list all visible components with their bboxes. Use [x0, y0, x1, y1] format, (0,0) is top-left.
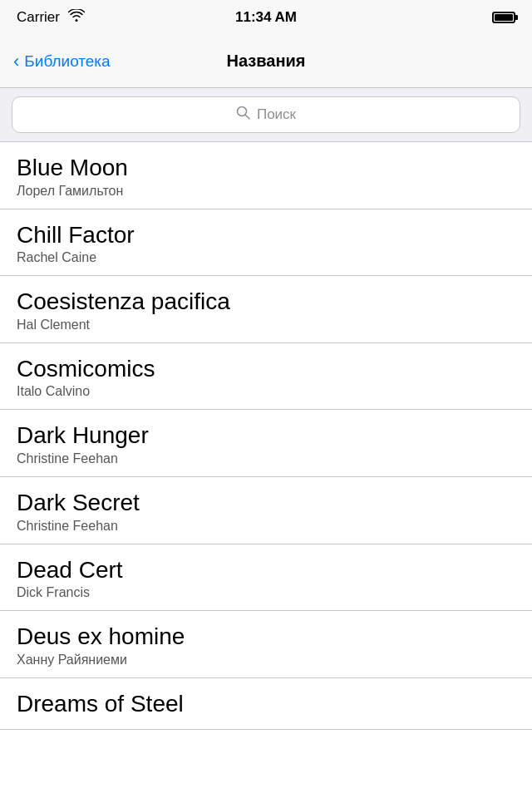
- search-placeholder: Поиск: [257, 106, 296, 123]
- book-author: Christine Feehan: [17, 451, 515, 466]
- search-container: Поиск: [0, 88, 532, 142]
- search-icon: [236, 106, 250, 124]
- book-author: Лорел Гамильтон: [17, 184, 515, 199]
- back-button[interactable]: ‹ Библиотека: [13, 52, 111, 71]
- book-title: Chill Factor: [17, 221, 515, 249]
- battery-icon: [492, 12, 515, 23]
- book-author: Dick Francis: [17, 585, 515, 600]
- list-item[interactable]: Coesistenza pacificaHal Clement: [0, 276, 532, 343]
- battery-fill: [495, 14, 513, 21]
- status-left: Carrier: [17, 9, 85, 26]
- list-item[interactable]: Dreams of Steel: [0, 678, 532, 731]
- list-item[interactable]: Deus ex homineХанну Райяниеми: [0, 611, 532, 678]
- status-bar: Carrier 11:34 AM: [0, 0, 532, 35]
- wifi-icon: [68, 9, 85, 26]
- list-item[interactable]: Dark HungerChristine Feehan: [0, 410, 532, 477]
- book-author: Hal Clement: [17, 318, 515, 332]
- book-title: Dead Cert: [17, 556, 515, 584]
- svg-line-1: [245, 115, 249, 119]
- back-label: Библиотека: [24, 52, 110, 71]
- book-author: Rachel Caine: [17, 250, 515, 265]
- book-title: Blue Moon: [17, 154, 515, 182]
- list-item[interactable]: Chill FactorRachel Caine: [0, 209, 532, 277]
- list-item[interactable]: Dark SecretChristine Feehan: [0, 477, 532, 544]
- book-title: Deus ex homine: [17, 623, 515, 651]
- nav-bar: ‹ Библиотека Названия: [0, 35, 532, 88]
- book-author: Ханну Райяниеми: [17, 653, 515, 667]
- list-item[interactable]: Dead CertDick Francis: [0, 544, 532, 612]
- status-time: 11:34 AM: [235, 9, 297, 26]
- book-title: Dreams of Steel: [17, 690, 515, 718]
- book-title: Dark Hunger: [17, 421, 515, 450]
- book-title: Cosmicomics: [17, 355, 515, 383]
- chevron-left-icon: ‹: [13, 52, 19, 71]
- book-author: Christine Feehan: [17, 519, 515, 534]
- carrier-label: Carrier: [17, 9, 60, 26]
- book-title: Dark Secret: [17, 489, 515, 517]
- battery-container: [492, 12, 515, 23]
- nav-title: Названия: [227, 52, 306, 71]
- book-author: Italo Calvino: [17, 384, 515, 399]
- list-item[interactable]: CosmicomicsItalo Calvino: [0, 343, 532, 411]
- book-list: Blue MoonЛорел ГамильтонChill FactorRach…: [0, 142, 532, 730]
- list-item[interactable]: Blue MoonЛорел Гамильтон: [0, 142, 532, 209]
- book-title: Coesistenza pacifica: [17, 288, 515, 316]
- search-bar[interactable]: Поиск: [12, 96, 520, 133]
